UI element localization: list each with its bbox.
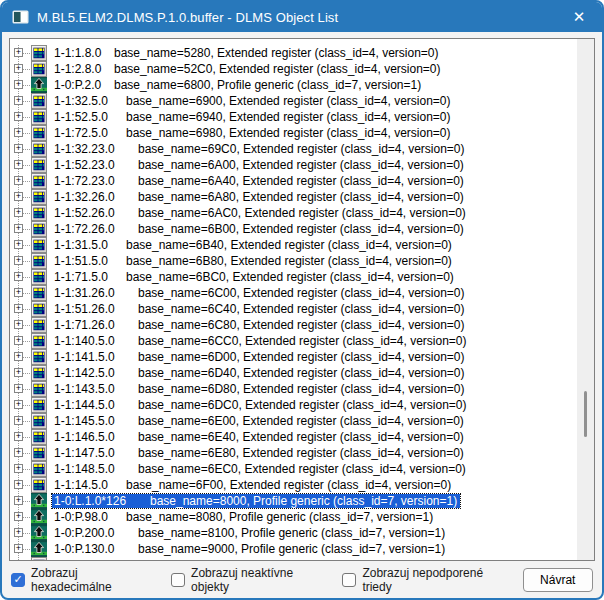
object-details: base_name=6AC0, Extended register (class… <box>138 206 466 220</box>
object-text: 1-1:71.5.0base_name=6BC0, Extended regis… <box>52 270 457 284</box>
obis-code: 1-1:31.26.0 <box>54 286 115 300</box>
tree-gutter: + <box>10 365 31 381</box>
expand-plus-icon[interactable]: + <box>14 224 23 233</box>
expand-plus-icon[interactable]: + <box>14 128 23 137</box>
object-text: 1-1:72.26.0base_name=6B00, Extended regi… <box>52 222 467 236</box>
list-item[interactable]: + <box>10 205 594 221</box>
checkbox-show-hexadecimal[interactable]: ✓ Zobrazuj hexadecimálne <box>11 566 144 594</box>
obis-code: 1-1:52.23.0 <box>54 158 115 172</box>
list-item[interactable]: + <box>10 413 594 429</box>
expand-plus-icon[interactable]: + <box>14 448 23 457</box>
expand-plus-icon[interactable]: + <box>14 64 23 73</box>
list-item[interactable]: + <box>10 365 594 381</box>
list-item[interactable]: + <box>10 477 594 493</box>
expand-plus-icon[interactable]: + <box>14 96 23 105</box>
list-item[interactable]: + <box>10 141 594 157</box>
tree-gutter: + <box>10 493 31 509</box>
list-item[interactable]: + <box>10 125 594 141</box>
close-icon[interactable]: ✕ <box>566 2 592 32</box>
checkbox-show-unsupported-classes[interactable]: ✓ Zobrazuj nepodporené triedy <box>342 566 495 594</box>
object-details: base_name=8080, Profile generic (class_i… <box>126 510 433 524</box>
expand-plus-icon[interactable]: + <box>14 336 23 345</box>
expand-plus-icon[interactable]: + <box>14 320 23 329</box>
expand-plus-icon[interactable]: + <box>14 400 23 409</box>
checkbox-icon[interactable]: ✓ <box>171 573 185 587</box>
expand-plus-icon[interactable]: + <box>14 272 23 281</box>
scrollbar-thumb[interactable] <box>584 391 587 437</box>
list-item[interactable]: + <box>10 349 594 365</box>
obis-code: 1-1:143.5.0 <box>54 382 115 396</box>
expand-plus-icon[interactable]: + <box>14 512 23 521</box>
tree-line <box>23 117 31 118</box>
expand-plus-icon[interactable]: + <box>14 48 23 57</box>
object-text: 1-1:52.23.0base_name=6A00, Extended regi… <box>52 158 467 172</box>
obis-code: 1-1:148.5.0 <box>54 462 115 476</box>
expand-plus-icon[interactable]: + <box>14 256 23 265</box>
expand-plus-icon[interactable]: + <box>14 208 23 217</box>
vertical-scrollbar[interactable] <box>577 39 594 560</box>
expand-plus-icon[interactable]: + <box>14 176 23 185</box>
list-item[interactable]: + <box>10 285 594 301</box>
checkbox-icon[interactable]: ✓ <box>342 573 356 587</box>
list-item[interactable]: + <box>10 269 594 285</box>
expand-plus-icon[interactable]: + <box>14 304 23 313</box>
profile-generic-icon <box>31 77 47 93</box>
list-item[interactable]: + <box>10 77 594 93</box>
list-item[interactable]: + <box>10 253 594 269</box>
object-text: 1-0:P.200.0base_name=8100, Profile gener… <box>52 526 448 540</box>
expand-plus-icon[interactable]: + <box>14 368 23 377</box>
expand-plus-icon[interactable]: + <box>14 144 23 153</box>
list-item[interactable]: + <box>10 45 594 61</box>
return-button[interactable]: Návrat <box>523 568 594 592</box>
object-text: 1-0:P.2.0base_name=6800, Profile generic… <box>52 78 424 92</box>
expand-plus-icon[interactable]: + <box>14 464 23 473</box>
expand-plus-icon[interactable]: + <box>14 416 23 425</box>
list-item[interactable]: + <box>10 173 594 189</box>
object-text: 1-1:141.5.0base_name=6D00, Extended regi… <box>52 350 468 364</box>
list-item[interactable]: + <box>10 381 594 397</box>
list-item[interactable]: + <box>10 301 594 317</box>
obis-code: 1-1:32.5.0 <box>54 94 108 108</box>
list-item[interactable]: + <box>10 445 594 461</box>
obis-code: 1-1:32.23.0 <box>54 142 115 156</box>
expand-plus-icon[interactable]: + <box>14 112 23 121</box>
expand-plus-icon[interactable]: + <box>14 352 23 361</box>
tree-gutter: + <box>10 253 31 269</box>
list-item[interactable]: + <box>10 189 594 205</box>
list-item[interactable]: + <box>10 461 594 477</box>
list-item[interactable]: + <box>10 429 594 445</box>
checkbox-show-inactive-objects[interactable]: ✓ Zobrazuj neaktívne objekty <box>171 566 315 594</box>
list-item[interactable]: + <box>10 221 594 237</box>
expand-plus-icon[interactable]: + <box>14 80 23 89</box>
list-item[interactable]: + <box>10 509 594 525</box>
checkbox-icon[interactable]: ✓ <box>11 573 25 587</box>
extended-register-icon <box>31 109 47 125</box>
expand-plus-icon[interactable]: + <box>14 480 23 489</box>
object-list[interactable]: + <box>9 38 595 561</box>
expand-plus-icon[interactable]: + <box>14 496 23 505</box>
list-item[interactable]: + <box>10 317 594 333</box>
expand-plus-icon[interactable]: + <box>14 384 23 393</box>
list-item[interactable]: + <box>10 93 594 109</box>
tree-gutter: + <box>10 237 31 253</box>
list-item[interactable]: + <box>10 61 594 77</box>
expand-plus-icon[interactable]: + <box>14 432 23 441</box>
list-item[interactable]: + <box>10 525 594 541</box>
list-item[interactable]: + <box>10 541 594 557</box>
list-item[interactable]: + <box>10 397 594 413</box>
expand-plus-icon[interactable]: + <box>14 192 23 201</box>
list-item[interactable]: + <box>10 333 594 349</box>
expand-plus-icon[interactable]: + <box>14 240 23 249</box>
list-item[interactable]: + <box>10 109 594 125</box>
expand-plus-icon[interactable]: + <box>14 544 23 553</box>
expand-plus-icon[interactable]: + <box>14 528 23 537</box>
obis-code: 1-1:142.5.0 <box>54 366 115 380</box>
extended-register-icon <box>31 253 47 269</box>
object-details: base_name=6900, Extended register (class… <box>126 94 451 108</box>
expand-plus-icon[interactable]: + <box>14 160 23 169</box>
expand-plus-icon[interactable]: + <box>14 288 23 297</box>
list-item[interactable]: + <box>10 157 594 173</box>
profile-generic-icon <box>31 525 47 541</box>
list-item[interactable]: + <box>10 237 594 253</box>
list-item[interactable]: + <box>10 493 594 509</box>
